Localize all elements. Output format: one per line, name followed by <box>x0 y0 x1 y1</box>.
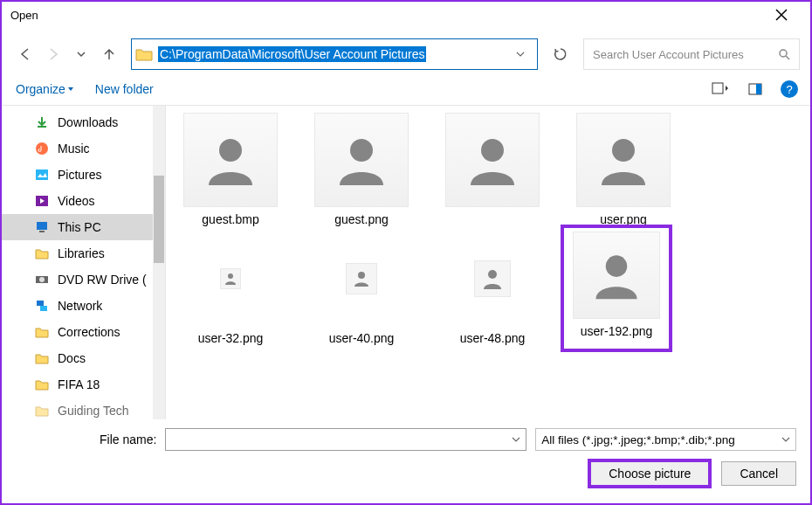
svg-rect-5 <box>36 169 48 180</box>
back-button[interactable] <box>17 46 33 62</box>
filename-input[interactable] <box>165 428 526 451</box>
svg-point-10 <box>39 277 45 282</box>
address-dropdown[interactable] <box>507 50 533 59</box>
svg-rect-1 <box>712 83 723 93</box>
svg-rect-3 <box>756 84 761 94</box>
svg-point-15 <box>481 139 504 162</box>
sidebar-item-fifa[interactable]: FIFA 18 <box>2 371 165 398</box>
sidebar-item-videos[interactable]: Videos <box>2 188 165 214</box>
user-icon <box>183 113 278 207</box>
file-item[interactable]: user-40.png <box>306 232 417 345</box>
sidebar-item-docs[interactable]: Docs <box>2 345 165 371</box>
close-button[interactable] <box>775 9 803 21</box>
filename-label: File name: <box>100 432 156 446</box>
search-input[interactable]: Search User Account Pictures <box>583 38 800 70</box>
window-title: Open <box>9 9 775 22</box>
svg-point-19 <box>488 270 497 279</box>
refresh-button[interactable] <box>547 38 575 70</box>
svg-point-4 <box>36 142 48 155</box>
up-button[interactable] <box>101 46 117 62</box>
svg-point-18 <box>358 272 365 279</box>
user-icon <box>474 260 511 297</box>
help-button[interactable]: ? <box>781 80 798 98</box>
svg-rect-7 <box>37 222 47 230</box>
user-icon <box>445 113 540 207</box>
svg-point-13 <box>219 139 242 162</box>
file-item[interactable]: guest.png <box>306 113 417 226</box>
svg-point-17 <box>228 273 233 279</box>
toolbar: Organize New folder ? <box>2 75 810 105</box>
forward-button[interactable] <box>45 46 61 62</box>
svg-point-16 <box>612 139 635 162</box>
address-bar[interactable]: C:\ProgramData\Microsoft\User Account Pi… <box>131 38 538 70</box>
user-icon <box>314 113 409 207</box>
file-item[interactable]: user-32.png <box>175 232 286 345</box>
file-item-selected[interactable]: user-192.png <box>561 225 672 352</box>
file-pane[interactable]: guest.bmp guest.png user.png user-32.png… <box>166 106 810 419</box>
sidebar-item-corrections[interactable]: Corrections <box>2 319 165 345</box>
new-folder-button[interactable]: New folder <box>95 82 154 96</box>
file-item[interactable]: user.png <box>568 113 679 226</box>
cancel-button[interactable]: Cancel <box>721 461 796 486</box>
sidebar-item-network[interactable]: Network <box>2 293 165 319</box>
titlebar: Open <box>2 2 810 28</box>
sidebar-item-guiding[interactable]: Guiding Tech <box>2 398 165 424</box>
recent-dropdown[interactable] <box>73 46 89 62</box>
user-icon <box>220 268 241 289</box>
sidebar-item-this-pc[interactable]: This PC <box>2 214 165 240</box>
sidebar: Downloads Music Pictures Videos This PC … <box>2 106 166 419</box>
svg-rect-8 <box>39 231 45 232</box>
sidebar-item-music[interactable]: Music <box>2 135 165 162</box>
svg-rect-11 <box>37 301 44 306</box>
search-placeholder: Search User Account Pictures <box>593 48 778 61</box>
organize-button[interactable]: Organize <box>16 82 74 96</box>
filetype-select[interactable]: All files (*.jpg;*.jpeg;*.bmp;*.dib;*.pn… <box>535 428 796 451</box>
bottom-bar: File name: All files (*.jpg;*.jpeg;*.bmp… <box>2 419 810 495</box>
search-icon <box>778 48 790 60</box>
preview-pane-button[interactable] <box>746 81 765 97</box>
file-item[interactable] <box>437 113 548 226</box>
choose-picture-button[interactable]: Choose picture <box>590 461 709 486</box>
svg-point-0 <box>780 50 787 57</box>
file-item[interactable]: user-48.png <box>437 232 548 345</box>
view-mode-button[interactable] <box>711 81 730 97</box>
sidebar-item-dvd[interactable]: DVD RW Drive ( <box>2 266 165 293</box>
sidebar-item-libraries[interactable]: Libraries <box>2 240 165 266</box>
folder-icon <box>135 47 153 61</box>
sidebar-item-downloads[interactable]: Downloads <box>2 109 165 135</box>
main-area: Downloads Music Pictures Videos This PC … <box>2 105 810 419</box>
svg-point-20 <box>606 255 628 277</box>
user-icon <box>573 232 660 319</box>
user-icon <box>346 263 377 294</box>
user-icon <box>576 113 671 207</box>
svg-rect-12 <box>40 306 47 311</box>
file-item[interactable]: guest.bmp <box>175 113 286 226</box>
svg-point-14 <box>350 139 373 162</box>
navbar: C:\ProgramData\Microsoft\User Account Pi… <box>2 28 810 75</box>
address-path: C:\ProgramData\Microsoft\User Account Pi… <box>158 46 426 62</box>
sidebar-item-pictures[interactable]: Pictures <box>2 162 165 188</box>
sidebar-scrollbar[interactable] <box>153 106 165 419</box>
